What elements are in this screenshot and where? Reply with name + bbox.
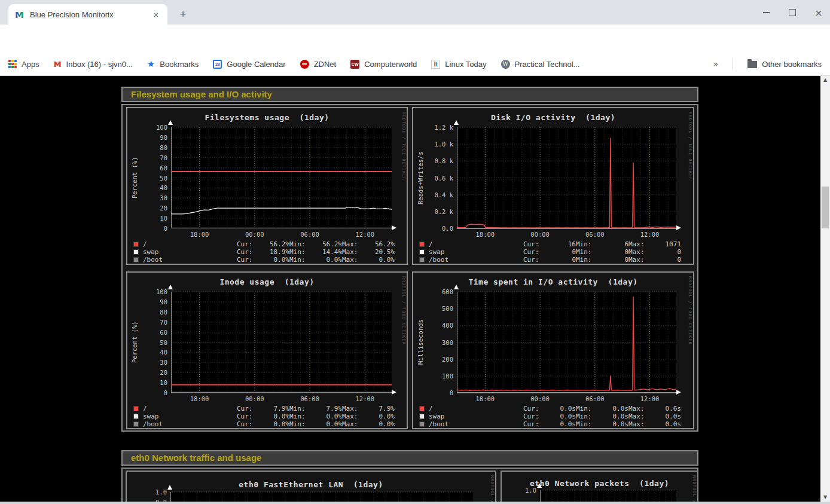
browser-window: M Blue Precision Monitorix × + × ← → ↻ ⌂…	[0, 0, 830, 504]
y-tick-label: 60	[133, 164, 167, 172]
x-tick-label: 06:00	[581, 395, 609, 402]
gmail-icon: M	[54, 60, 62, 69]
y-tick-label: 50	[133, 175, 167, 182]
legend-cur-value: Cur:7.9%	[237, 405, 289, 413]
legend-series-name: /	[429, 405, 523, 413]
y-tick-label: 0.0	[419, 225, 453, 232]
y-tick-label: 0.2 k	[419, 208, 453, 215]
legend-max-value: Max:0.0%	[342, 420, 395, 428]
bookmarks-overflow-icon[interactable]: »	[713, 59, 719, 69]
x-tick-label: 12:00	[636, 395, 664, 402]
window-maximize-icon[interactable]	[786, 6, 799, 19]
legend-series-name: swap	[143, 413, 237, 420]
vertical-scrollbar[interactable]: ▲ ▼	[820, 76, 830, 504]
legend-series-name: /boot	[143, 256, 237, 264]
legend-max-value: Max:0.6s	[628, 405, 681, 413]
bookmark-zdnet[interactable]: ZDNet	[300, 60, 337, 69]
legend-row: /bootCur:0.0sMin:0.0sMax:0.0s	[419, 420, 681, 428]
x-tick-label: 18:00	[471, 231, 499, 238]
axis-arrow-right-icon	[392, 390, 396, 395]
legend-swatch	[133, 406, 139, 411]
legend-series-name: swap	[429, 248, 523, 256]
bookmark-apps[interactable]: Apps	[8, 60, 39, 69]
tab-close-icon[interactable]: ×	[151, 10, 161, 20]
scroll-up-icon[interactable]: ▲	[820, 76, 830, 84]
graph-panel-eth0-packets[interactable]: eth0 Network packets (1day)RRDTOOL / TOB…	[501, 471, 698, 504]
y-tick-label: 600	[419, 288, 453, 295]
legend-min-value: Min:14.4%	[289, 248, 342, 256]
legend-max-value: Max:0.0s	[628, 420, 681, 428]
y-tick-label: 0.8 k	[419, 157, 453, 164]
y-tick-label: 0.4 k	[419, 191, 453, 198]
bookmark-practical-technology[interactable]: W Practical Technol...	[501, 60, 580, 69]
y-tick-label: 0.6 k	[419, 175, 453, 182]
x-tick-label: 06:00	[581, 231, 609, 238]
legend-series-name: /boot	[143, 420, 237, 428]
monitorix-favicon-icon: M	[14, 10, 25, 20]
window-close-icon[interactable]: ×	[812, 6, 825, 19]
legend-min-value: Min:0.0%	[289, 413, 342, 420]
legend-series-name: /	[143, 240, 237, 248]
legend-swatch	[133, 421, 139, 427]
legend-min-value: Min:0	[576, 256, 628, 264]
legend-row: swapCur:0.0%Min:0.0%Max:0.0%	[133, 413, 395, 420]
chart-legend: /Cur:16Min:6Max:1071swapCur:0Min:0Max:0/…	[419, 240, 681, 264]
axis-arrow-right-icon	[392, 225, 396, 230]
y-tick-label: 100	[419, 372, 453, 380]
window-controls: ×	[759, 6, 825, 19]
y-tick-label: 1.0 k	[419, 140, 453, 148]
legend-swatch	[419, 414, 425, 419]
rrdtool-watermark: RRDTOOL / TOBI OETIKER	[692, 475, 697, 504]
svg-text:M: M	[15, 10, 24, 20]
graph-panel-disk-io-activity[interactable]: Disk I/O activity (1day)RRDTOOL / TOBI O…	[412, 107, 694, 265]
x-tick-label: 18:00	[185, 395, 214, 402]
axis-arrow-up-icon	[168, 285, 173, 289]
graph-panel-filesystems-usage[interactable]: Filesystems usage (1day)RRDTOOL / TOBI O…	[126, 107, 408, 265]
y-tick-label: 10	[133, 215, 167, 222]
graph-panel-inode-usage[interactable]: Inode usage (1day)RRDTOOL / TOBI OETIKER…	[126, 271, 408, 429]
legend-max-value: Max:56.2%	[342, 240, 395, 248]
x-tick-label: 00:00	[526, 395, 554, 402]
y-tick-label: 1.2 k	[419, 124, 453, 131]
legend-swatch	[133, 257, 139, 262]
legend-min-value: Min:6	[576, 240, 628, 248]
y-tick-label: 20	[133, 204, 167, 212]
bookmark-computerworld[interactable]: CW Computerworld	[350, 60, 417, 69]
legend-row: swapCur:0Min:0Max:0	[419, 248, 681, 256]
legend-min-value: Min:56.2%	[289, 240, 342, 248]
legend-min-value: Min:7.9%	[289, 405, 342, 413]
chart-legend: /Cur:7.9%Min:7.9%Max:7.9%swapCur:0.0%Min…	[133, 405, 395, 428]
graph-panel-time-in-io[interactable]: Time spent in I/O activity (1day)RRDTOOL…	[412, 271, 694, 429]
tab-strip: M Blue Precision Monitorix × + ×	[0, 0, 830, 25]
x-tick-label: 00:00	[526, 231, 554, 238]
bookmark-google-calendar[interactable]: 28 Google Calendar	[213, 60, 285, 69]
legend-max-value: Max:1071	[628, 240, 681, 248]
y-tick-label: 60	[133, 329, 167, 336]
section-header-filesystem: Filesystem usage and I/O activity	[121, 87, 698, 102]
y-tick-label: 70	[133, 319, 167, 326]
other-bookmarks[interactable]: Other bookmarks	[747, 60, 822, 69]
chart-plot	[457, 292, 676, 393]
legend-swatch	[133, 249, 139, 255]
chart-plot	[171, 292, 392, 393]
rrdtool-watermark: RRDTOOL / TOBI OETIKER	[401, 112, 406, 181]
bookmark-inbox[interactable]: M Inbox (16) - sjvn0...	[54, 60, 133, 69]
bookmark-bookmarks[interactable]: ★ Bookmarks	[147, 59, 199, 69]
scroll-down-icon[interactable]: ▼	[820, 493, 830, 502]
legend-series-name: /boot	[429, 420, 523, 428]
bookmark-linux-today[interactable]: lt Linux Today	[431, 60, 486, 69]
scrollbar-thumb[interactable]	[822, 187, 829, 228]
zdnet-icon	[300, 60, 309, 69]
legend-max-value: Max:0	[628, 256, 681, 264]
graph-panel-eth0-lan[interactable]: eth0 FastEthernet LAN (1day)RRDTOOL / TO…	[126, 471, 496, 504]
new-tab-button[interactable]: +	[175, 6, 191, 23]
browser-tab[interactable]: M Blue Precision Monitorix ×	[8, 4, 167, 25]
star-icon: ★	[147, 59, 155, 69]
legend-row: /bootCur:0.0%Min:0.0%Max:0.0%	[133, 256, 395, 264]
legend-swatch	[133, 242, 139, 247]
axis-arrow-up-icon	[454, 120, 459, 125]
bookmarks-bar: Apps M Inbox (16) - sjvn0... ★ Bookmarks…	[0, 53, 830, 75]
window-minimize-icon[interactable]	[759, 6, 773, 19]
axis-arrow-up-icon	[168, 120, 173, 125]
x-tick-label: 12:00	[350, 231, 379, 238]
